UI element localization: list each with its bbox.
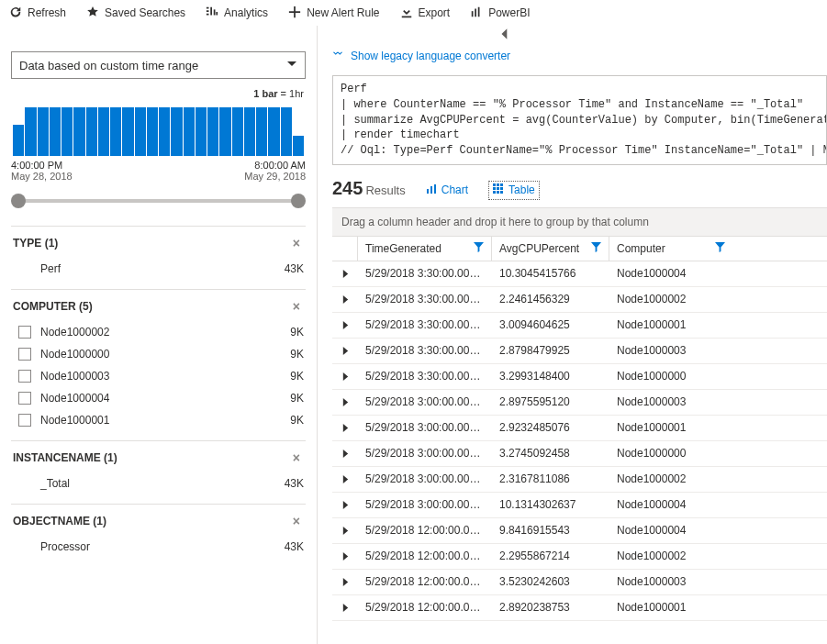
cell-time: 5/29/2018 12:00:00.000 PM bbox=[358, 575, 492, 588]
column-timegenerated[interactable]: TimeGenerated bbox=[358, 237, 492, 261]
facet-close-icon[interactable]: × bbox=[289, 299, 304, 314]
table-row[interactable]: 5/29/2018 3:30:00.000 PM10.3045415766Nod… bbox=[332, 261, 827, 287]
facet-item-count: 9K bbox=[290, 326, 304, 339]
saved-searches-button[interactable]: Saved Searches bbox=[83, 4, 189, 23]
time-slider[interactable] bbox=[11, 191, 306, 211]
table-row[interactable]: 5/29/2018 12:00:00.000 PM2.8920238753Nod… bbox=[332, 595, 827, 621]
table-row[interactable]: 5/29/2018 3:00:00.000 PM2.3167811086Node… bbox=[332, 467, 827, 493]
facet-item[interactable]: _Total43K bbox=[13, 472, 304, 494]
svg-rect-4 bbox=[214, 9, 216, 15]
facet-close-icon[interactable]: × bbox=[289, 236, 304, 250]
query-editor[interactable]: Perf | where CounterName == "% Processor… bbox=[332, 75, 827, 165]
table-view-button[interactable]: Table bbox=[488, 181, 540, 200]
expand-row-icon[interactable] bbox=[332, 424, 358, 432]
facet-header: TYPE (1)× bbox=[13, 236, 304, 250]
facet-item[interactable]: Processor43K bbox=[13, 536, 304, 558]
expand-row-icon[interactable] bbox=[332, 347, 358, 355]
checkbox[interactable] bbox=[18, 326, 31, 339]
histogram-bar bbox=[232, 107, 243, 156]
expand-row-icon[interactable] bbox=[332, 527, 358, 535]
cell-comp: Node1000001 bbox=[609, 318, 732, 331]
cell-comp: Node1000000 bbox=[609, 447, 732, 460]
export-button[interactable]: Export bbox=[397, 4, 454, 23]
content: Data based on custom time range 1 bar = … bbox=[0, 26, 827, 644]
refresh-button[interactable]: Refresh bbox=[6, 4, 70, 23]
expand-row-icon[interactable] bbox=[332, 450, 358, 458]
svg-rect-3 bbox=[210, 6, 212, 15]
chart-view-button[interactable]: Chart bbox=[422, 182, 472, 199]
histogram-bar bbox=[293, 136, 304, 156]
expand-row-icon[interactable] bbox=[332, 475, 358, 483]
histogram-bar bbox=[159, 107, 170, 156]
cell-cpu: 3.2993148400 bbox=[492, 370, 609, 383]
histogram-bar bbox=[256, 107, 267, 156]
expand-row-icon[interactable] bbox=[332, 604, 358, 612]
legacy-converter-link[interactable]: Show legacy language converter bbox=[325, 26, 827, 75]
column-computer[interactable]: Computer bbox=[609, 237, 732, 261]
table-btn-label: Table bbox=[508, 183, 535, 196]
table-row[interactable]: 5/29/2018 3:30:00.000 PM3.2993148400Node… bbox=[332, 364, 827, 390]
expand-row-icon[interactable] bbox=[332, 398, 358, 406]
table-row[interactable]: 5/29/2018 3:00:00.000 PM10.1314302637Nod… bbox=[332, 493, 827, 518]
checkbox[interactable] bbox=[18, 414, 31, 427]
table-row[interactable]: 5/29/2018 3:30:00.000 PM3.0094604625Node… bbox=[332, 313, 827, 339]
facet-item-count: 9K bbox=[290, 370, 304, 383]
cell-cpu: 3.0094604625 bbox=[492, 318, 609, 331]
table-row[interactable]: 5/29/2018 3:00:00.000 PM2.9232485076Node… bbox=[332, 416, 827, 441]
facet-header: OBJECTNAME (1)× bbox=[13, 514, 304, 528]
histogram-bar bbox=[171, 107, 182, 156]
collapse-sidebar-icon[interactable] bbox=[498, 28, 511, 40]
new-alert-button[interactable]: New Alert Rule bbox=[285, 4, 383, 23]
group-by-bar[interactable]: Drag a column header and drop it here to… bbox=[332, 207, 827, 237]
slider-thumb-left[interactable] bbox=[11, 194, 26, 208]
filter-icon[interactable] bbox=[715, 242, 725, 255]
svg-rect-17 bbox=[500, 187, 503, 190]
table-row[interactable]: 5/29/2018 12:00:00.000 PM2.2955867214Nod… bbox=[332, 544, 827, 570]
checkbox[interactable] bbox=[18, 348, 31, 361]
table-row[interactable]: 5/29/2018 12:00:00.000 PM9.8416915543Nod… bbox=[332, 518, 827, 544]
cell-comp: Node1000002 bbox=[609, 550, 732, 562]
table-row[interactable]: 5/29/2018 3:30:00.000 PM2.2461456329Node… bbox=[332, 287, 827, 313]
table-icon bbox=[493, 183, 504, 197]
analytics-button[interactable]: Analytics bbox=[202, 4, 272, 23]
cell-time: 5/29/2018 12:00:00.000 PM bbox=[358, 550, 492, 562]
expand-row-icon[interactable] bbox=[332, 372, 358, 381]
facet-item[interactable]: Perf43K bbox=[13, 258, 304, 280]
facet-item[interactable]: Node10000009K bbox=[13, 343, 304, 365]
timerange-dropdown[interactable]: Data based on custom time range bbox=[11, 51, 306, 79]
facet-item[interactable]: Node10000049K bbox=[13, 387, 304, 409]
facet-item[interactable]: Node10000029K bbox=[13, 321, 304, 343]
checkbox[interactable] bbox=[18, 392, 31, 405]
expand-row-icon[interactable] bbox=[332, 295, 358, 304]
expand-row-icon[interactable] bbox=[332, 270, 358, 278]
table-row[interactable]: 5/29/2018 3:30:00.000 PM2.8798479925Node… bbox=[332, 339, 827, 364]
svg-rect-2 bbox=[207, 13, 209, 15]
facet-item[interactable]: Node10000039K bbox=[13, 365, 304, 387]
histogram-bar bbox=[73, 107, 84, 156]
table-header: TimeGenerated AvgCPUPercent Computer bbox=[332, 237, 827, 261]
filter-icon[interactable] bbox=[591, 242, 601, 255]
svg-rect-0 bbox=[207, 6, 209, 8]
checkbox[interactable] bbox=[18, 370, 31, 383]
facet-close-icon[interactable]: × bbox=[289, 514, 304, 528]
facet-close-icon[interactable]: × bbox=[289, 450, 304, 465]
expand-row-icon[interactable] bbox=[332, 552, 358, 561]
expand-row-icon[interactable] bbox=[332, 578, 358, 586]
table-row[interactable]: 5/29/2018 3:00:00.000 PM3.2745092458Node… bbox=[332, 441, 827, 467]
powerbi-button[interactable]: PowerBI bbox=[466, 4, 533, 23]
table-row[interactable]: 5/29/2018 3:00:00.000 PM2.8975595120Node… bbox=[332, 390, 827, 416]
svg-rect-13 bbox=[497, 183, 499, 186]
powerbi-icon bbox=[470, 6, 483, 21]
facet-item-count: 43K bbox=[285, 477, 304, 490]
svg-rect-16 bbox=[497, 187, 499, 190]
table-row[interactable]: 5/29/2018 12:00:00.000 PM3.5230242603Nod… bbox=[332, 570, 827, 595]
new-alert-label: New Alert Rule bbox=[307, 6, 379, 19]
slider-thumb-right[interactable] bbox=[291, 194, 306, 208]
facet-item[interactable]: Node10000019K bbox=[13, 409, 304, 431]
column-avgcpupercent[interactable]: AvgCPUPercent bbox=[492, 237, 609, 261]
filter-icon[interactable] bbox=[474, 242, 484, 255]
expand-row-icon[interactable] bbox=[332, 321, 358, 329]
histogram-bar bbox=[38, 107, 49, 156]
facet-item-count: 9K bbox=[290, 414, 304, 427]
expand-row-icon[interactable] bbox=[332, 501, 358, 509]
